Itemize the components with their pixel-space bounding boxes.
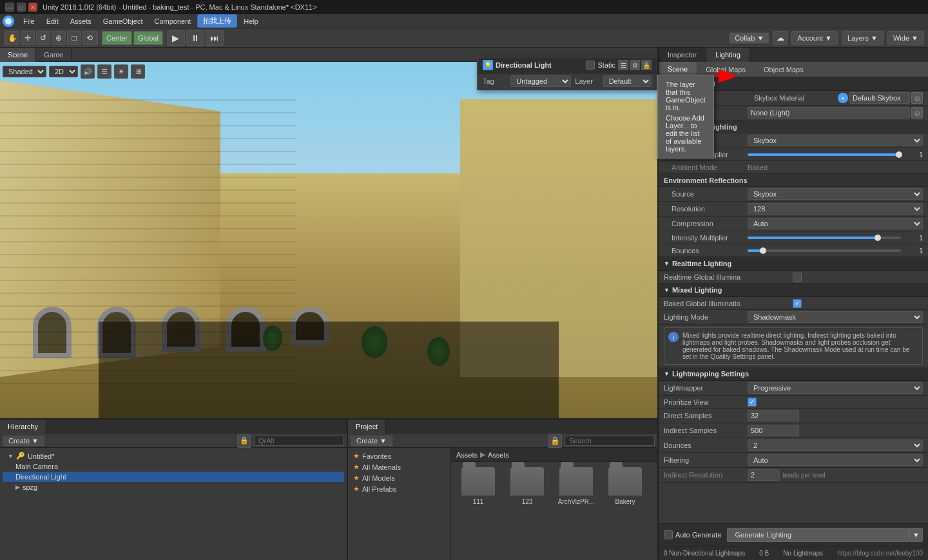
pause-button[interactable]: ⏸ [186,30,204,46]
bounces-select[interactable]: 2 [748,439,923,451]
transform-tool[interactable]: ⟲ [82,31,97,45]
menu-file[interactable]: File [18,16,40,26]
play-button[interactable]: ▶ [167,30,185,46]
refl-bounces-value: 1 [904,247,923,255]
lightmapper-value: Progressive [748,382,923,394]
center-button[interactable]: Center [102,31,132,45]
realtime-gi-checkbox[interactable] [793,273,802,282]
menu-bar: File Edit Assets GameObject Component 拍我… [0,14,928,28]
folder-bakery[interactable]: Bakery [603,467,647,505]
project-lock-icon[interactable]: 🔒 [548,434,562,448]
hierarchy-search-input[interactable] [254,436,344,446]
menu-edit[interactable]: Edit [41,16,64,26]
indirect-resolution-row: Indirect Resolution texels per level [659,468,928,483]
layers-button[interactable]: Layers ▼ [842,31,884,45]
title-bar-buttons[interactable]: — □ ✕ [5,3,37,12]
hand-tool[interactable]: ✋ [5,31,19,45]
baked-gi-checkbox[interactable] [793,299,802,308]
project-search-input[interactable] [565,436,655,446]
tag-select[interactable]: Untagged [510,75,571,87]
folder-123[interactable]: 123 [505,467,549,505]
screen-icon[interactable]: 🖥 [131,64,145,79]
realtime-section-header[interactable]: ▼ Realtime Lighting [659,257,928,271]
sun-source-value[interactable]: None (Light) [748,107,910,119]
stats-icon[interactable]: ☰ [97,64,111,79]
intensity-slider-track[interactable] [748,153,901,156]
hierarchy-item-camera[interactable]: Main Camera [3,461,344,472]
inspector-icon-btn-3[interactable]: 🔒 [641,60,652,70]
maximize-button[interactable]: □ [17,3,26,12]
shaded-dropdown[interactable]: Shaded [3,66,46,77]
collab-button[interactable]: Collab ▼ [729,32,769,44]
ambient-mode-label: Ambient Mode [664,164,748,171]
folder-archviz[interactable]: ArchVizPR... [554,467,598,505]
upload-button[interactable]: 拍我上传 [197,14,237,28]
auto-generate-checkbox[interactable] [664,530,673,539]
tab-lighting[interactable]: Lighting [706,48,750,62]
direct-samples-input[interactable] [748,410,799,421]
global-button[interactable]: Global [133,31,163,45]
generate-dropdown-button[interactable]: ▼ [909,528,923,542]
refl-intensity-track[interactable] [748,237,901,239]
indirect-resolution-label: Indirect Resolution [664,471,748,479]
mixed-section-header[interactable]: ▼ Mixed Lighting [659,284,928,297]
generate-lighting-group: Generate Lighting ▼ [727,528,923,542]
layer-select[interactable]: Default [603,75,652,87]
hierarchy-item-spzg[interactable]: ▶ spzg [3,482,344,492]
scale-tool[interactable]: ⊕ [52,31,66,45]
menu-assets[interactable]: Assets [65,16,97,26]
2d-button[interactable]: 2D [49,66,78,77]
minimize-button[interactable]: — [5,3,14,12]
hierarchy-lock-icon[interactable]: 🔒 [237,434,251,448]
audio-icon[interactable]: 🔊 [81,64,95,79]
refl-source-select[interactable]: Skybox [748,188,923,200]
project-create-button[interactable]: Create ▼ [351,436,392,446]
refl-compression-select[interactable]: Auto [748,218,923,229]
tab-game[interactable]: Game [36,48,72,62]
sun-picker-button[interactable]: ◎ [911,107,923,119]
layout-button[interactable]: Wide ▼ [887,31,924,45]
account-button[interactable]: Account ▼ [791,31,838,45]
static-checkbox[interactable] [586,61,595,70]
tab-project[interactable]: Project [348,420,386,434]
fav-all-prefabs[interactable]: ★ All Prefabs [351,483,448,494]
move-tool[interactable]: ✛ [21,31,35,45]
generate-lighting-button[interactable]: Generate Lighting [727,528,910,542]
filtering-select[interactable]: Auto [748,454,923,466]
lightmapping-section-header[interactable]: ▼ Lightmapping Settings [659,367,928,381]
rect-tool[interactable]: □ [67,31,81,45]
indirect-samples-input[interactable] [748,425,799,436]
fav-all-models[interactable]: ★ All Models [351,472,448,483]
inspector-icon-btn-1[interactable]: ☰ [618,60,628,70]
info-icon: i [668,332,679,342]
tab-hierarchy[interactable]: Hierarchy [0,420,46,434]
step-button[interactable]: ⏭ [206,30,224,46]
skybox-material-value[interactable]: Default-Skybox [849,92,910,104]
refl-bounces-track[interactable] [748,249,901,252]
fav-all-materials[interactable]: ★ All Materials [351,461,448,472]
menu-gameobject[interactable]: GameObject [98,16,148,26]
menu-component[interactable]: Component [149,16,196,26]
lighting-mode-select[interactable]: Shadowmask [748,311,923,323]
lightmapper-select[interactable]: Progressive [748,382,923,394]
indirect-resolution-input[interactable] [748,469,780,481]
inspector-icon-btn-2[interactable]: ⚙ [630,60,640,70]
prioritize-view-checkbox[interactable] [748,398,757,407]
close-button[interactable]: ✕ [28,3,37,12]
env-source-select[interactable]: Skybox [748,135,923,146]
rotate-tool[interactable]: ↺ [36,31,50,45]
refl-resolution-select[interactable]: 128 [748,203,923,215]
refl-resolution-label: Resolution [664,205,748,213]
hierarchy-item-light[interactable]: Directional Light [3,472,344,482]
cloud-icon[interactable]: ☁ [773,31,788,45]
skybox-picker-button[interactable]: ◎ [911,92,923,104]
hierarchy-item-untitled[interactable]: ▼ 🔑 Untitled* [3,450,344,461]
tab-inspector[interactable]: Inspector [659,48,706,62]
sun-icon[interactable]: ☀ [114,64,128,79]
folder-111[interactable]: 111 [456,467,500,505]
static-label: Static [597,61,615,69]
menu-help[interactable]: Help [238,16,264,26]
lighting-tab-object-maps[interactable]: Object Maps [755,62,813,77]
hierarchy-create-button[interactable]: Create ▼ [3,436,44,446]
tab-scene[interactable]: Scene [0,48,36,62]
